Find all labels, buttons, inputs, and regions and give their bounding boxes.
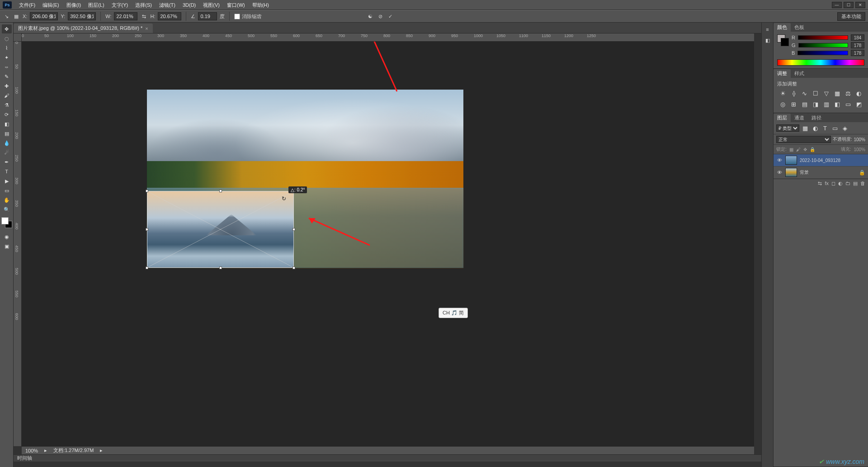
layer-row[interactable]: 👁 2022-10-04_093128 xyxy=(774,154,868,167)
new-group-icon[interactable]: 🗀 xyxy=(845,181,850,186)
timeline-panel-header[interactable]: 时间轴 xyxy=(14,454,761,462)
b-value[interactable]: 178 xyxy=(851,50,864,56)
fill-value[interactable]: 100% xyxy=(854,147,865,152)
balance-icon[interactable]: ⚖ xyxy=(844,89,852,97)
brightness-icon[interactable]: ☀ xyxy=(779,89,787,97)
maximize-button[interactable]: ☐ xyxy=(844,2,854,8)
chevron-right-icon[interactable]: ▸ xyxy=(100,448,103,453)
fg-color-swatch[interactable] xyxy=(1,217,9,224)
brush-tool[interactable]: 🖌 xyxy=(2,91,12,100)
channel-mixer-icon[interactable]: ⊞ xyxy=(790,100,798,108)
photo-filter-icon[interactable]: ◎ xyxy=(779,100,787,108)
chevron-right-icon[interactable]: ▸ xyxy=(44,448,47,453)
posterize-icon[interactable]: ▥ xyxy=(822,100,830,108)
zoom-tool[interactable]: 🔍 xyxy=(2,205,12,214)
document-tab[interactable]: 图片素材.jpeg @ 100% (2022-10-04_093128, RGB… xyxy=(14,24,153,33)
link-layers-icon[interactable]: ⇆ xyxy=(818,181,822,186)
lock-pixel-icon[interactable]: 🖌 xyxy=(796,147,801,152)
canvas[interactable]: △: 0.2° ↻ xyxy=(22,42,754,446)
menu-item[interactable]: 帮助(H) xyxy=(249,0,273,10)
tab-swatches[interactable]: 色板 xyxy=(791,23,808,32)
menu-item[interactable]: 文字(Y) xyxy=(108,0,132,10)
layer-row[interactable]: 👁 背景 🔒 xyxy=(774,167,868,179)
quickmask-tool[interactable]: ◉ xyxy=(2,232,12,241)
y-input[interactable] xyxy=(68,12,96,20)
menu-item[interactable]: 滤镜(T) xyxy=(156,0,179,10)
width-input[interactable] xyxy=(114,12,137,20)
filter-pixel-icon[interactable]: ▦ xyxy=(801,124,809,132)
handle-bot-mid[interactable] xyxy=(219,267,222,269)
menu-item[interactable]: 窗口(W) xyxy=(223,0,249,10)
new-layer-icon[interactable]: ▤ xyxy=(853,181,858,186)
pen-tool[interactable]: ✒ xyxy=(2,157,12,167)
gradient-tool[interactable]: ▤ xyxy=(2,129,12,138)
bg-swatch[interactable] xyxy=(781,38,789,46)
reference-point-icon[interactable]: ▦ xyxy=(13,13,20,20)
lock-pos-icon[interactable]: ✥ xyxy=(803,147,807,152)
history-panel-icon[interactable]: ≡ xyxy=(764,25,772,33)
vertical-ruler[interactable]: 050100150200250300350400450500550600 xyxy=(14,42,22,446)
menu-item[interactable]: 编辑(E) xyxy=(39,0,63,10)
threshold-icon[interactable]: ◧ xyxy=(833,100,841,108)
menu-item[interactable]: 图层(L) xyxy=(85,0,108,10)
menu-item[interactable]: 3D(D) xyxy=(179,0,199,10)
layer-mask-icon[interactable]: ◻ xyxy=(831,181,835,186)
tab-color[interactable]: 颜色 xyxy=(774,23,791,32)
b-slider[interactable] xyxy=(797,51,848,55)
stamp-tool[interactable]: ⚗ xyxy=(2,100,12,110)
path-select-tool[interactable]: ▶ xyxy=(2,176,12,186)
lock-all-icon[interactable]: 🔒 xyxy=(810,147,815,152)
ime-indicator[interactable]: CH 🎵 简 xyxy=(439,308,468,318)
handle-top-mid[interactable] xyxy=(219,190,222,192)
invert-icon[interactable]: ◨ xyxy=(811,100,820,108)
layer-filter-type[interactable]: ₽ 类型 xyxy=(776,124,799,132)
type-tool[interactable]: T xyxy=(2,167,12,176)
color-swatches[interactable] xyxy=(1,217,12,228)
menu-item[interactable]: 选择(S) xyxy=(132,0,156,10)
lookup-icon[interactable]: ▤ xyxy=(801,100,809,108)
exposure-icon[interactable]: ☐ xyxy=(811,89,820,97)
menu-item[interactable]: 图像(I) xyxy=(63,0,85,10)
blend-mode-select[interactable]: 正常 xyxy=(776,136,831,143)
angle-input[interactable] xyxy=(198,12,217,20)
layer-name[interactable]: 2022-10-04_093128 xyxy=(800,158,865,163)
placed-layer-transform[interactable] xyxy=(147,191,294,268)
handle-mid-left[interactable] xyxy=(146,228,148,231)
g-value[interactable]: 178 xyxy=(851,42,864,48)
warp-mode-icon[interactable]: ☯ xyxy=(367,13,374,20)
horizontal-ruler[interactable]: 0501001502002503003504004505005506006507… xyxy=(22,33,754,42)
gradient-map-icon[interactable]: ▭ xyxy=(844,100,852,108)
crop-tool[interactable]: ⎃ xyxy=(2,62,12,71)
ruler-origin[interactable] xyxy=(14,33,22,42)
history-brush-tool[interactable]: ⟳ xyxy=(2,110,12,119)
marquee-tool[interactable]: ◌ xyxy=(2,34,12,43)
filter-shape-icon[interactable]: ▭ xyxy=(831,124,839,132)
blur-tool[interactable]: 💧 xyxy=(2,138,12,148)
handle-top-left[interactable] xyxy=(146,190,148,192)
eyedropper-tool[interactable]: ✎ xyxy=(2,72,12,81)
filter-type-icon[interactable]: T xyxy=(821,124,829,132)
tab-styles[interactable]: 样式 xyxy=(791,69,808,78)
layer-thumbnail[interactable] xyxy=(785,168,797,177)
handle-bot-left[interactable] xyxy=(146,267,148,269)
new-fill-icon[interactable]: ◐ xyxy=(838,181,843,186)
selective-color-icon[interactable]: ◩ xyxy=(855,100,863,108)
handle-mid-right[interactable] xyxy=(292,228,295,231)
visibility-icon[interactable]: 👁 xyxy=(776,169,783,176)
healing-brush-tool[interactable]: ✚ xyxy=(2,81,12,91)
cancel-transform-icon[interactable]: ⊘ xyxy=(377,13,384,20)
workspace-switcher[interactable]: 基本功能 xyxy=(837,12,865,21)
link-icon[interactable]: ⇆ xyxy=(140,13,147,20)
tab-paths[interactable]: 路径 xyxy=(808,114,825,122)
x-input[interactable] xyxy=(30,12,58,20)
minimize-button[interactable]: — xyxy=(832,2,842,8)
magic-wand-tool[interactable]: ✦ xyxy=(2,53,12,62)
filter-adjust-icon[interactable]: ◐ xyxy=(811,124,819,132)
menu-item[interactable]: 文件(F) xyxy=(15,0,39,10)
tab-adjustments[interactable]: 调整 xyxy=(774,69,791,78)
zoom-level[interactable]: 100% xyxy=(25,448,38,453)
delete-layer-icon[interactable]: 🗑 xyxy=(860,181,865,186)
menu-item[interactable]: 视图(V) xyxy=(199,0,223,10)
height-input[interactable] xyxy=(158,12,181,20)
layer-name[interactable]: 背景 xyxy=(800,169,856,176)
